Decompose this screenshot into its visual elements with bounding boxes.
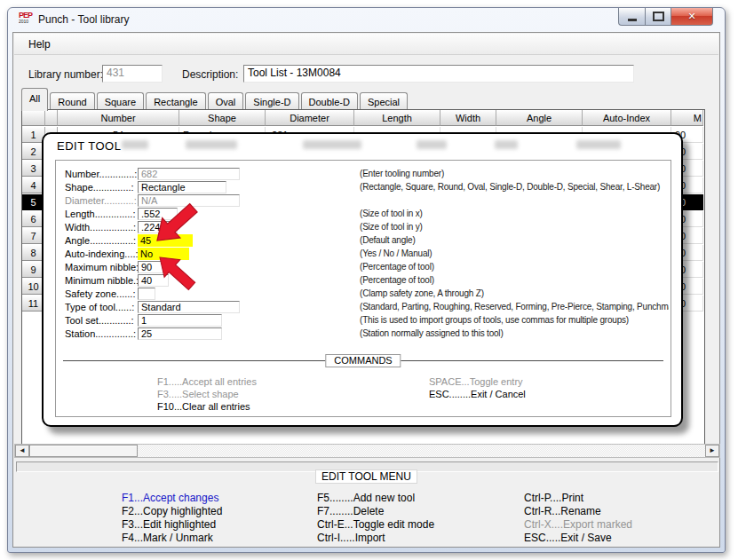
field-label-tool_set: Tool set............:	[65, 315, 134, 326]
bottom-menu-item[interactable]: F2...Copy highlighted	[122, 505, 317, 518]
field-row-width: Width................:.224(Size of tool …	[56, 221, 671, 234]
field-value-width[interactable]: .224	[138, 221, 178, 233]
field-row-minimum_nibble: Minimum nibble.:40(Percentage of tool)	[56, 274, 671, 288]
ghost-artifact	[122, 140, 148, 149]
horizontal-scrollbar[interactable]: ◄ ►	[14, 444, 720, 458]
field-value-number[interactable]: 682	[138, 168, 240, 180]
tab-all[interactable]: All	[21, 88, 48, 111]
field-label-type_of_tool: Type of tool......:	[65, 302, 134, 312]
field-hint-safety_zone: (Clamp safety zone, A through Z)	[360, 288, 669, 298]
field-row-tool_set: Tool set............:1(This is used to i…	[56, 314, 671, 327]
maximize-button[interactable]	[645, 8, 671, 26]
field-hint-minimum_nibble: (Percentage of tool)	[360, 275, 669, 285]
tab-round[interactable]: Round	[50, 92, 94, 111]
bottom-menu-item[interactable]: F3...Edit highlighted	[122, 518, 317, 532]
caption-buttons: ✕	[618, 8, 713, 26]
field-row-length: Length..............:.552(Size of tool i…	[56, 208, 671, 221]
field-row-station: Station..............:25(Station normall…	[56, 327, 671, 341]
column-header	[22, 110, 45, 126]
field-value-station[interactable]: 25	[138, 327, 222, 340]
close-button[interactable]: ✕	[671, 8, 713, 26]
field-hint-type_of_tool: (Standard, Parting, Roughing, Reserved, …	[360, 302, 669, 312]
library-number-input[interactable]: 431	[102, 65, 163, 83]
dialog-command-item[interactable]: ESC........Exit / Cancel	[429, 388, 526, 400]
tab-double-d[interactable]: Double-D	[301, 92, 358, 111]
field-value-maximum_nibble[interactable]: 90	[138, 261, 169, 273]
tab-special[interactable]: Special	[360, 92, 408, 111]
description-input[interactable]: Tool List - 13M0084	[243, 65, 634, 83]
bottom-menu-title: EDIT TOOL MENU	[13, 470, 719, 483]
column-header	[45, 110, 58, 126]
field-row-safety_zone: Safety zone......:(Clamp safety zone, A …	[56, 288, 671, 301]
bottom-menu-item[interactable]: F7........Delete	[317, 505, 512, 518]
bottom-menu-item[interactable]: F4...Mark / Unmark	[122, 532, 317, 545]
bottom-menu-item[interactable]: Ctrl-X....Export marked	[524, 518, 719, 532]
field-label-diameter: Diameter...........:	[65, 195, 137, 206]
field-hint-maximum_nibble: (Percentage of tool)	[360, 262, 669, 272]
field-label-shape: Shape..............:	[65, 182, 134, 193]
field-value-diameter[interactable]: N/A	[138, 194, 240, 207]
bottom-menu-item[interactable]: Ctrl-I.....Import	[317, 532, 512, 545]
scrollbar-thumb[interactable]	[29, 445, 138, 457]
bottom-menu-column-2: F5........Add new toolF7........DeleteCt…	[317, 492, 512, 545]
field-label-width: Width................:	[65, 222, 136, 233]
field-value-shape[interactable]: Rectangle	[138, 181, 226, 193]
window-title: Punch - Tool library	[38, 13, 130, 26]
field-value-type_of_tool[interactable]: Standard	[138, 301, 240, 313]
column-header: Length	[354, 110, 440, 126]
dialog-command-item[interactable]: F3.....Select shape	[157, 388, 239, 400]
minimize-button[interactable]	[618, 8, 645, 26]
tab-single-d[interactable]: Single-D	[245, 92, 298, 111]
description-label: Description:	[182, 68, 238, 81]
scroll-left-button[interactable]: ◄	[15, 445, 29, 457]
field-label-maximum_nibble: Maximum nibble:	[65, 262, 139, 272]
scroll-right-button[interactable]: ►	[705, 445, 719, 457]
dialog-command-item[interactable]: F1.....Accept all entries	[157, 375, 257, 388]
dialog-command-item[interactable]: SPACE...Toggle entry	[429, 375, 523, 388]
bottom-menu-item[interactable]: ESC.....Exit / Save	[524, 532, 719, 545]
app-icon: PEP 2010	[19, 12, 35, 28]
bottom-menu-item[interactable]: Ctrl-R...Rename	[524, 505, 719, 518]
menu-bar: Help	[14, 34, 718, 55]
field-label-length: Length..............:	[65, 209, 136, 219]
field-value-angle[interactable]: 45	[138, 234, 193, 247]
field-label-angle: Angle................:	[65, 235, 136, 246]
field-row-shape: Shape..............:Rectangle(Rectangle,…	[56, 181, 671, 194]
dialog-command-item[interactable]: F10...Clear all entries	[157, 400, 250, 413]
client-area: Help Library number: 431 Description: To…	[12, 32, 720, 548]
field-hint-shape: (Rectangle, Square, Round, Oval, Single-…	[360, 182, 669, 192]
field-row-auto_indexing: Auto-indexing....:No(Yes / No / Manual)	[56, 248, 671, 261]
field-label-station: Station..............:	[65, 328, 136, 339]
field-row-number: Number.............:682(Enter tooling nu…	[56, 168, 671, 181]
screen: PEP 2010 Punch - Tool library ✕ Help Lib…	[0, 0, 738, 560]
commands-title: COMMANDS	[325, 354, 401, 367]
field-value-auto_indexing[interactable]: No	[138, 248, 189, 260]
tab-rectangle[interactable]: Rectangle	[146, 92, 206, 111]
shape-filter-tabs: AllRoundSquareRectangleOvalSingle-DDoubl…	[21, 89, 409, 111]
field-value-minimum_nibble[interactable]: 40	[138, 274, 169, 287]
field-label-number: Number.............:	[65, 169, 137, 179]
field-row-diameter: Diameter...........:N/A	[56, 194, 671, 208]
bottom-menu-item[interactable]: F1...Accept changes	[122, 492, 317, 505]
menu-item-help[interactable]: Help	[23, 37, 56, 51]
tab-square[interactable]: Square	[97, 92, 144, 111]
edit-tool-dialog: EDIT TOOL COMMANDS Number.............:6…	[42, 132, 683, 427]
ghost-artifact	[495, 140, 518, 149]
field-value-length[interactable]: .552	[138, 208, 178, 220]
field-row-maximum_nibble: Maximum nibble:90(Percentage of tool)	[56, 261, 671, 274]
bottom-menu-item[interactable]: Ctrl-E...Toggle edit mode	[317, 518, 512, 532]
column-header: M	[671, 110, 703, 126]
ghost-artifact	[576, 140, 621, 149]
ghost-artifact	[417, 140, 447, 149]
dialog-title: EDIT TOOL	[57, 139, 121, 153]
tab-oval[interactable]: Oval	[208, 92, 244, 111]
field-value-safety_zone[interactable]	[138, 288, 155, 300]
bottom-menu-column-3: Ctrl-P....PrintCtrl-R...RenameCtrl-X....…	[524, 492, 719, 545]
field-value-tool_set[interactable]: 1	[138, 314, 222, 327]
bottom-menu-column-1: F1...Accept changesF2...Copy highlighted…	[122, 492, 317, 545]
field-hint-tool_set: (This is used to import groups of tools,…	[360, 315, 669, 325]
close-icon: ✕	[687, 11, 695, 22]
library-number-label: Library number:	[28, 68, 103, 81]
bottom-menu-item[interactable]: Ctrl-P....Print	[524, 492, 719, 505]
bottom-menu-item[interactable]: F5........Add new tool	[317, 492, 512, 505]
